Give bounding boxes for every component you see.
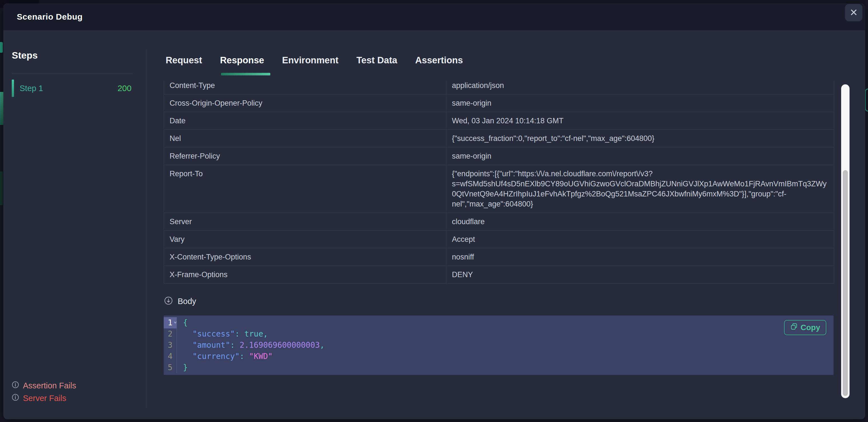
copy-button[interactable]: Copy	[784, 320, 826, 335]
tab[interactable]: Response	[220, 55, 264, 65]
header-row: Vary Accept	[164, 231, 834, 248]
tab-label: Response	[220, 55, 264, 65]
header-name: Date	[164, 112, 446, 130]
header-row: Nel {"success_fraction":0,"report_to":"c…	[164, 130, 834, 147]
header-value: DENY	[446, 266, 834, 283]
header-name: Nel	[164, 130, 446, 147]
header-value: same-origin	[446, 94, 834, 112]
tab-label: Assertions	[415, 55, 463, 65]
info-icon	[12, 394, 19, 403]
code-line-text: "success": true,	[177, 329, 268, 340]
line-number[interactable]: 1	[164, 317, 177, 329]
tab-label: Request	[166, 55, 202, 65]
header-row: Date Wed, 03 Jan 2024 10:14:18 GMT	[164, 112, 834, 130]
backdrop-fragment	[865, 88, 868, 112]
tab-label: Environment	[282, 55, 339, 65]
code-line: 1 {	[164, 317, 834, 329]
scrollbar-thumb[interactable]	[843, 170, 848, 396]
code-line-text: {	[177, 317, 188, 329]
screen: Scenario Debug Steps Step 1 200 Assertio…	[0, 0, 868, 422]
header-name: Vary	[164, 231, 446, 248]
header-value: {"success_fraction":0,"report_to":"cf-ne…	[446, 130, 834, 147]
steps-title: Steps	[12, 50, 138, 61]
header-row: Server cloudflare	[164, 213, 834, 231]
header-name: Cross-Origin-Opener-Policy	[164, 94, 446, 112]
header-value: nosniff	[446, 248, 834, 265]
header-value: Accept	[446, 231, 834, 248]
code-line-text: "currency": "KWD"	[177, 351, 273, 362]
response-headers-table: Content-Type application/json Cross-Orig…	[164, 81, 834, 284]
modal-header: Scenario Debug	[3, 3, 865, 30]
line-number[interactable]: 5	[164, 362, 177, 373]
header-row: X-Content-Type-Options nosniff	[164, 248, 834, 266]
body-section-header[interactable]: Body	[164, 297, 834, 306]
header-name: Referrer-Policy	[164, 147, 446, 165]
header-row: X-Frame-Options DENY	[164, 266, 834, 283]
header-value: {"endpoints":[{"url":"https:\/\/a.nel.cl…	[446, 165, 834, 213]
header-value: Wed, 03 Jan 2024 10:14:18 GMT	[446, 112, 834, 130]
response-panel: Content-Type application/json Cross-Orig…	[164, 81, 834, 397]
fail-links: Assertion Fails Server Fails	[12, 381, 76, 403]
scenario-debug-modal: Scenario Debug Steps Step 1 200 Assertio…	[3, 3, 865, 419]
tab[interactable]: Assertions	[415, 55, 463, 65]
step-active-bar	[12, 80, 14, 97]
line-number[interactable]: 2	[164, 329, 177, 340]
body-section-label: Body	[178, 297, 196, 306]
collapse-body-icon	[164, 297, 173, 306]
header-name: Server	[164, 213, 446, 230]
copy-button-label: Copy	[801, 323, 820, 332]
fail-link[interactable]: Assertion Fails	[12, 381, 76, 390]
tab-label: Test Data	[356, 55, 397, 65]
scrollbar-track[interactable]	[841, 84, 849, 398]
header-name: X-Frame-Options	[164, 266, 446, 283]
code-line-text: "amount": 2.169069600000003,	[177, 340, 324, 351]
header-name: Content-Type	[164, 81, 446, 94]
fail-link[interactable]: Server Fails	[12, 394, 76, 403]
header-row: Cross-Origin-Opener-Policy same-origin	[164, 94, 834, 112]
code-line: 5 }	[164, 362, 834, 373]
tab[interactable]: Request	[166, 55, 202, 65]
copy-icon	[790, 323, 798, 332]
backdrop-fragment	[0, 92, 3, 125]
step-status-code: 200	[118, 84, 131, 93]
divider	[146, 49, 146, 408]
header-row: Report-To {"endpoints":[{"url":"https:\/…	[164, 165, 834, 213]
steps-list: Step 1 200	[12, 80, 138, 97]
header-value: application/json	[446, 81, 834, 94]
step-label: Step 1	[20, 84, 118, 93]
response-body-code: 1 { 2 "success": true, 3 "amount": 2.169…	[164, 315, 834, 375]
backdrop-fragment	[865, 0, 868, 422]
divider	[12, 74, 133, 74]
info-icon	[12, 381, 19, 390]
tab[interactable]: Environment	[282, 55, 339, 65]
step-item[interactable]: Step 1 200	[12, 80, 138, 97]
line-number[interactable]: 3	[164, 340, 177, 351]
header-value: cloudflare	[446, 213, 834, 230]
code-line: 4 "currency": "KWD"	[164, 351, 834, 362]
header-name: X-Content-Type-Options	[164, 248, 446, 265]
line-number[interactable]: 4	[164, 351, 177, 362]
code-lines: 1 { 2 "success": true, 3 "amount": 2.169…	[164, 317, 834, 373]
fail-label: Assertion Fails	[23, 381, 76, 390]
header-row: Content-Type application/json	[164, 81, 834, 94]
backdrop-fragment	[0, 42, 3, 53]
modal-title: Scenario Debug	[17, 12, 83, 22]
code-line: 3 "amount": 2.169069600000003,	[164, 340, 834, 351]
code-line: 2 "success": true,	[164, 329, 834, 340]
backdrop-fragment	[0, 171, 3, 205]
close-icon	[850, 8, 858, 17]
header-name: Report-To	[164, 165, 446, 213]
code-line-text: }	[177, 362, 188, 373]
header-value: same-origin	[446, 147, 834, 165]
fold-chevron-icon[interactable]	[174, 318, 177, 323]
steps-sidebar: Steps Step 1 200 Assertion Fails Server …	[3, 30, 146, 419]
close-button[interactable]	[845, 4, 862, 21]
tab[interactable]: Test Data	[356, 55, 397, 65]
header-row: Referrer-Policy same-origin	[164, 147, 834, 165]
fail-label: Server Fails	[23, 394, 66, 403]
tabs: Request Response Environment Test Data A…	[166, 55, 463, 65]
